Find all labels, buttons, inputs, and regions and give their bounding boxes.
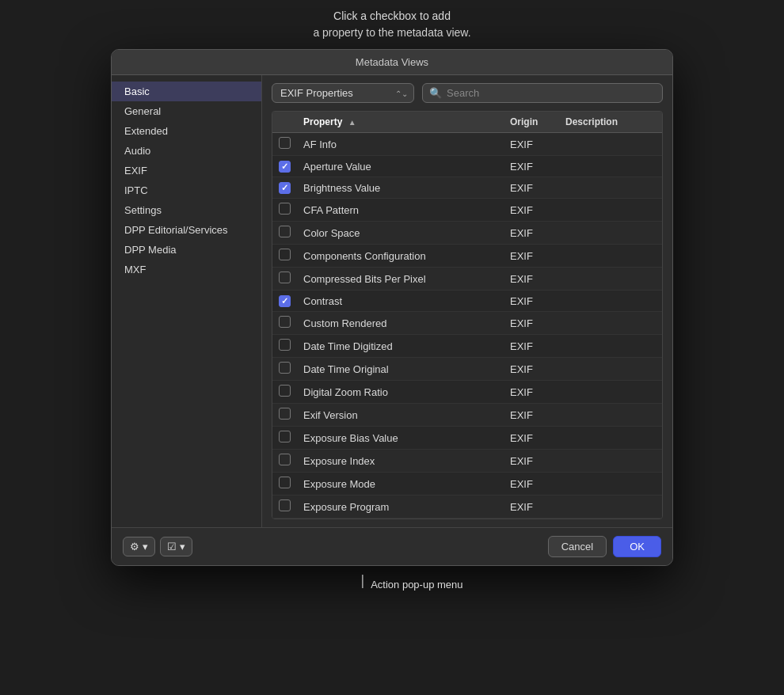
description-cell: [559, 199, 662, 222]
table-header-row: Property ▲ Origin Description: [272, 112, 662, 133]
sidebar-item-settings[interactable]: Settings: [112, 200, 261, 220]
row-checkbox[interactable]: [279, 203, 291, 215]
cancel-button[interactable]: Cancel: [548, 536, 607, 557]
table-row: Compressed Bits Per PixelEXIF: [272, 268, 662, 291]
sidebar-item-audio[interactable]: Audio: [112, 141, 261, 161]
row-checkbox[interactable]: [279, 339, 291, 351]
annotation-pipe: |: [360, 572, 364, 589]
checkbox-chevron-icon: ▾: [180, 541, 185, 553]
description-cell: [559, 335, 662, 358]
origin-cell: EXIF: [504, 404, 559, 427]
sidebar-item-dpp-editorial-services[interactable]: DPP Editorial/Services: [112, 220, 261, 240]
row-checkbox[interactable]: [279, 431, 291, 442]
origin-cell: EXIF: [504, 199, 559, 222]
sidebar: BasicGeneralExtendedAudioEXIFIPTCSetting…: [112, 75, 262, 527]
th-origin[interactable]: Origin: [504, 112, 559, 133]
search-input[interactable]: [447, 87, 656, 99]
description-cell: [559, 133, 662, 156]
description-cell: [559, 473, 662, 496]
origin-cell: EXIF: [504, 358, 559, 381]
th-description[interactable]: Description: [559, 112, 662, 133]
sidebar-item-extended[interactable]: Extended: [112, 121, 261, 141]
table-row: Components ConfigurationEXIF: [272, 245, 662, 268]
property-cell: AF Info: [297, 133, 504, 156]
ok-button[interactable]: OK: [613, 536, 661, 557]
description-cell: [559, 381, 662, 404]
th-property[interactable]: Property ▲: [297, 112, 504, 133]
table-row: Exif VersionEXIF: [272, 404, 662, 427]
table-row: Exposure ProgramEXIF: [272, 496, 662, 518]
description-cell: [559, 245, 662, 268]
row-checkbox[interactable]: [279, 385, 291, 397]
table-row: ✓ContrastEXIF: [272, 291, 662, 312]
dialog-titlebar: Metadata Views: [112, 50, 672, 75]
table-row: CFA PatternEXIF: [272, 199, 662, 222]
properties-dropdown[interactable]: EXIF PropertiesIPTC PropertiesBasic Prop…: [272, 83, 414, 103]
sidebar-item-iptc[interactable]: IPTC: [112, 180, 261, 200]
description-cell: [559, 358, 662, 381]
checkbox-cell: ✓: [272, 177, 297, 199]
th-description-label: Description: [565, 116, 618, 127]
checkbox-cell: [272, 268, 297, 291]
dropdown-wrapper: EXIF PropertiesIPTC PropertiesBasic Prop…: [272, 83, 414, 103]
checkbox-cell: [272, 450, 297, 473]
origin-cell: EXIF: [504, 268, 559, 291]
tooltip-line2: a property to the metadata view.: [313, 26, 470, 39]
checkbox-cell: [272, 222, 297, 245]
property-cell: Exposure Program: [297, 496, 504, 518]
annotation-area: | Action pop-up menu: [321, 571, 462, 591]
row-checkbox[interactable]: [279, 137, 291, 149]
annotation-label: Action pop-up menu: [371, 579, 462, 591]
properties-table: Property ▲ Origin Description AF InfoEXI…: [272, 112, 662, 518]
row-checkbox[interactable]: [279, 362, 291, 374]
table-row: Custom RenderedEXIF: [272, 312, 662, 335]
checkbox-cell: [272, 381, 297, 404]
checkbox-cell: [272, 404, 297, 427]
toolbar-row: EXIF PropertiesIPTC PropertiesBasic Prop…: [272, 83, 663, 103]
property-cell: Exposure Bias Value: [297, 427, 504, 450]
sort-arrow-icon: ▲: [348, 118, 356, 127]
table-row: Color SpaceEXIF: [272, 222, 662, 245]
property-cell: Exif Version: [297, 404, 504, 427]
checkbox-cell: [272, 427, 297, 450]
footer-left: ⚙ ▾ ☑ ▾: [123, 537, 192, 556]
row-checkbox[interactable]: [279, 454, 291, 465]
sidebar-item-dpp-media[interactable]: DPP Media: [112, 240, 261, 260]
origin-cell: EXIF: [504, 245, 559, 268]
row-checkbox[interactable]: ✓: [279, 161, 291, 173]
th-origin-label: Origin: [510, 116, 538, 127]
checkbox-cell: [272, 496, 297, 518]
property-cell: Exposure Index: [297, 450, 504, 473]
main-content: EXIF PropertiesIPTC PropertiesBasic Prop…: [262, 75, 672, 527]
gear-icon: ⚙: [130, 541, 139, 553]
property-cell: Date Time Digitized: [297, 335, 504, 358]
table-row: Date Time DigitizedEXIF: [272, 335, 662, 358]
row-checkbox[interactable]: [279, 316, 291, 328]
checkbox-cell: ✓: [272, 156, 297, 177]
action-popup-button[interactable]: ⚙ ▾: [123, 537, 155, 556]
sidebar-item-mxf[interactable]: MXF: [112, 260, 261, 279]
description-cell: [559, 177, 662, 199]
property-cell: Compressed Bits Per Pixel: [297, 268, 504, 291]
origin-cell: EXIF: [504, 291, 559, 312]
row-checkbox[interactable]: ✓: [279, 182, 291, 194]
row-checkbox[interactable]: [279, 272, 291, 283]
tooltip-line1: Click a checkbox to add: [333, 9, 451, 22]
origin-cell: EXIF: [504, 222, 559, 245]
row-checkbox[interactable]: [279, 499, 291, 511]
table-container: Property ▲ Origin Description AF InfoEXI…: [272, 111, 663, 519]
row-checkbox[interactable]: [279, 408, 291, 420]
row-checkbox[interactable]: [279, 249, 291, 260]
dialog-title: Metadata Views: [356, 56, 428, 68]
property-cell: Components Configuration: [297, 245, 504, 268]
sidebar-item-exif[interactable]: EXIF: [112, 161, 261, 180]
checkbox-cell: [272, 133, 297, 156]
row-checkbox[interactable]: [279, 226, 291, 237]
row-checkbox[interactable]: [279, 477, 291, 488]
property-cell: Contrast: [297, 291, 504, 312]
row-checkbox[interactable]: ✓: [279, 295, 291, 307]
description-cell: [559, 427, 662, 450]
sidebar-item-basic[interactable]: Basic: [112, 82, 261, 101]
sidebar-item-general[interactable]: General: [112, 101, 261, 121]
checkbox-action-button[interactable]: ☑ ▾: [160, 537, 192, 556]
